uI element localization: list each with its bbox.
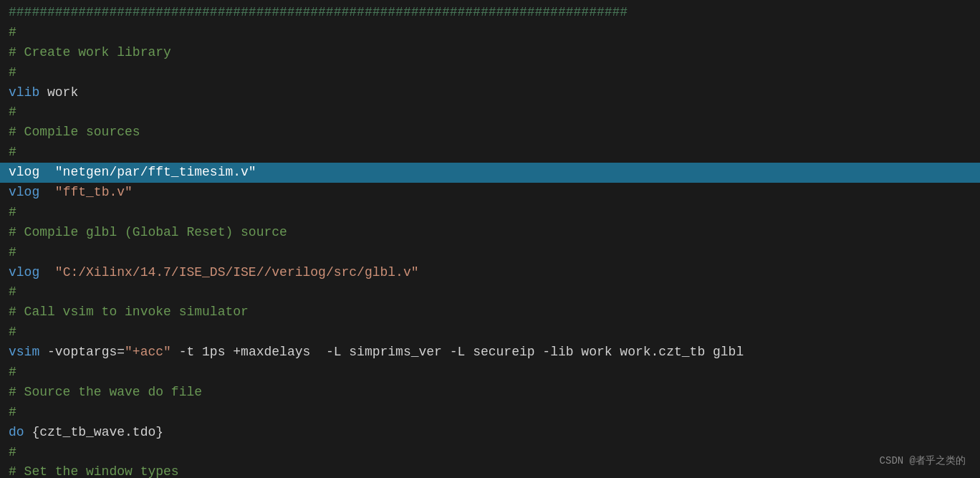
code-line: # — [0, 63, 980, 83]
code-line: # Compile sources — [0, 123, 980, 143]
code-line: # Call vsim to invoke simulator — [0, 302, 980, 322]
code-line: # — [0, 102, 980, 123]
code-line: do {czt_tb_wave.tdo} — [0, 423, 980, 443]
code-line: # — [0, 143, 980, 163]
code-line: vsim -voptargs="+acc" -t 1ps +maxdelays … — [0, 343, 980, 363]
code-line: # Compile glbl (Global Reset) source — [0, 223, 980, 243]
code-line: # Set the window types — [0, 462, 980, 478]
code-line: # — [0, 243, 980, 263]
code-line: # Source the wave do file — [0, 383, 980, 403]
code-line: # — [0, 322, 980, 343]
code-line: # — [0, 363, 980, 383]
code-line: vlib work — [0, 83, 980, 103]
code-line: vlog "fft_tb.v" — [0, 183, 980, 203]
code-line: # Create work library — [0, 43, 980, 63]
code-line: # — [0, 23, 980, 43]
code-line: vlog "netgen/par/fft_timesim.v" — [0, 163, 980, 183]
code-line: ########################################… — [0, 3, 980, 23]
code-line: vlog "C:/Xilinx/14.7/ISE_DS/ISE//verilog… — [0, 263, 980, 283]
code-line: # — [0, 282, 980, 302]
code-line: # — [0, 443, 980, 463]
code-editor: ########################################… — [0, 0, 980, 478]
code-line: # — [0, 203, 980, 223]
code-line: # — [0, 403, 980, 423]
watermark: CSDN @者乎之类的 — [880, 454, 966, 469]
